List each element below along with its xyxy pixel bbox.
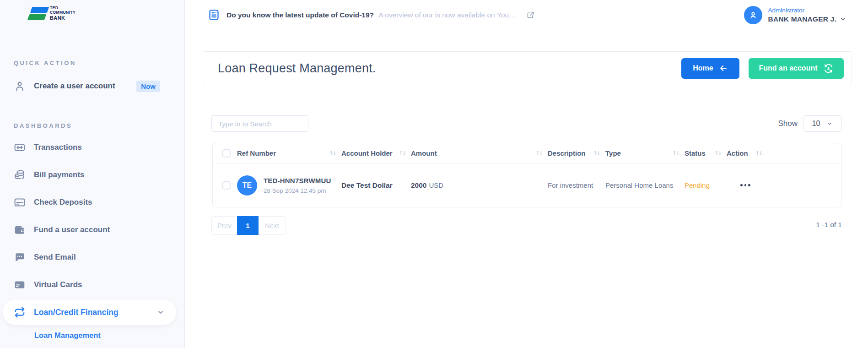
check-card-icon xyxy=(14,196,26,208)
section-quick-action: QUICK ACTION xyxy=(14,60,76,66)
column-ref-number: Ref Number xyxy=(237,149,276,157)
chevron-down-icon[interactable] xyxy=(157,309,164,316)
fund-account-button[interactable]: Fund an account $ xyxy=(749,58,844,79)
amount-currency: USD xyxy=(429,181,443,189)
sidebar: TED COMMUNITY BANK QUICK ACTION Create a… xyxy=(0,0,185,348)
coins-icon xyxy=(14,169,26,181)
column-action: Action xyxy=(727,149,748,157)
column-account-holder: Account Holder xyxy=(341,149,393,157)
loan-type: Personal Home Loans xyxy=(605,181,673,189)
sort-icon[interactable]: ↑↓ xyxy=(399,150,405,156)
sidebar-item-label: Create a user account xyxy=(34,82,115,91)
amount-value: 2000 xyxy=(411,181,426,189)
sidebar-subitem-loan-management[interactable]: Loan Management xyxy=(34,331,101,340)
fund-account-button-label: Fund an account xyxy=(759,64,818,72)
page-size-value: 10 xyxy=(812,120,820,128)
home-button-label: Home xyxy=(693,64,713,72)
arrow-left-icon xyxy=(719,64,728,73)
sort-icon[interactable]: ↑↓ xyxy=(536,150,542,156)
next-page-button[interactable]: Next xyxy=(259,216,286,235)
user-role: Administrator xyxy=(768,7,846,14)
person-icon xyxy=(14,80,26,92)
sidebar-item-label: Virtual Cards xyxy=(34,280,82,289)
wallet-icon xyxy=(14,224,26,236)
sidebar-item-label: Loan/Credit Financing xyxy=(34,308,119,317)
sidebar-item-label: Bill payments xyxy=(34,170,85,179)
notice-question: Do you know the latest update of Covid-1… xyxy=(226,11,374,19)
row-actions-menu-icon[interactable] xyxy=(740,184,841,186)
now-badge: Now xyxy=(136,81,160,92)
brand-logo[interactable]: TED COMMUNITY BANK xyxy=(29,6,75,21)
column-description: Description xyxy=(548,149,586,157)
svg-text:$: $ xyxy=(827,66,829,71)
loan-description: For investment xyxy=(548,181,593,189)
sort-icon[interactable]: ↑↓ xyxy=(329,150,336,156)
sidebar-item-send-email[interactable]: Send Email xyxy=(0,247,185,267)
user-menu-chevron-icon xyxy=(840,16,846,22)
money-transfer-icon: $ xyxy=(823,63,834,74)
user-meta: Administrator BANK MANAGER J. xyxy=(768,7,846,23)
column-status: Status xyxy=(685,149,706,157)
topbar: Do you know the latest update of Covid-1… xyxy=(185,0,868,30)
brand-logo-icon xyxy=(29,7,46,20)
user-menu[interactable]: Administrator BANK MANAGER J. xyxy=(744,6,846,24)
loan-requests-table: Ref Number↑↓ Account Holder↑↓ Amount↑↓ D… xyxy=(212,143,842,207)
account-holder: Dee Test Dollar xyxy=(341,181,393,189)
sidebar-item-label: Send Email xyxy=(34,253,76,262)
notice-detail: A overview of our is now available on Yo… xyxy=(379,11,516,19)
sidebar-item-create-user-account[interactable]: Create a user account Now xyxy=(0,76,185,96)
notice-text: Do you know the latest update of Covid-1… xyxy=(226,11,516,19)
brand-name: TED COMMUNITY BANK xyxy=(50,6,75,21)
sort-icon[interactable]: ↑↓ xyxy=(715,150,721,156)
sidebar-item-virtual-cards[interactable]: Virtual Cards xyxy=(0,275,185,295)
row-avatar: TE xyxy=(237,175,257,196)
transactions-icon xyxy=(14,141,26,153)
table-controls: Show 10 xyxy=(211,115,842,132)
prev-page-button[interactable]: Prev xyxy=(211,216,237,235)
sidebar-item-label: Fund a user account xyxy=(34,225,110,234)
covid-notice: Do you know the latest update of Covid-1… xyxy=(208,9,534,21)
sidebar-item-bill-payments[interactable]: Bill payments xyxy=(0,165,185,185)
sidebar-item-label: Transactions xyxy=(34,143,82,152)
home-button[interactable]: Home xyxy=(681,58,739,79)
pagination-range: 1 -1 of 1 xyxy=(816,221,842,229)
chat-icon xyxy=(14,251,26,263)
table-row: TE TED-HNN7SRWMUU 28 Sep 2024 12:45 pm D… xyxy=(213,163,841,207)
ref-date: 28 Sep 2024 12:45 pm xyxy=(264,187,331,194)
sidebar-item-check-deposits[interactable]: Check Deposits xyxy=(0,192,185,212)
column-type: Type xyxy=(605,149,621,157)
news-icon xyxy=(208,9,220,21)
credit-card-icon xyxy=(14,279,26,291)
sidebar-item-label: Check Deposits xyxy=(34,198,92,207)
repeat-icon xyxy=(14,306,26,318)
chevron-down-icon xyxy=(826,120,833,127)
page-header-card: Loan Request Management. Home Fund an ac… xyxy=(203,51,852,85)
sidebar-item-loan-credit-financing[interactable]: Loan/Credit Financing xyxy=(3,299,176,325)
table-header-row: Ref Number↑↓ Account Holder↑↓ Amount↑↓ D… xyxy=(213,143,841,163)
sort-icon[interactable]: ↑↓ xyxy=(593,150,600,156)
sidebar-item-fund-user-account[interactable]: Fund a user account xyxy=(0,220,185,240)
main-content: Loan Request Management. Home Fund an ac… xyxy=(185,30,868,348)
pagination: Prev 1 Next xyxy=(211,216,286,235)
show-label: Show xyxy=(778,119,798,128)
page-title: Loan Request Management. xyxy=(218,61,376,76)
external-link-icon[interactable] xyxy=(527,11,534,19)
avatar xyxy=(744,6,762,24)
page-size-select[interactable]: 10 xyxy=(803,115,842,132)
section-dashboards: DASHBOARDS xyxy=(14,122,72,129)
select-all-checkbox[interactable] xyxy=(222,149,231,158)
current-page-button[interactable]: 1 xyxy=(237,216,259,235)
status-badge: Pending xyxy=(685,181,710,189)
sort-icon[interactable]: ↑↓ xyxy=(673,150,679,156)
search-input[interactable] xyxy=(211,115,308,132)
user-name: BANK MANAGER J. xyxy=(768,15,836,23)
ref-number: TED-HNN7SRWMUU xyxy=(264,177,331,185)
column-amount: Amount xyxy=(411,149,437,157)
sort-icon[interactable]: ↑↓ xyxy=(755,150,762,156)
sidebar-item-transactions[interactable]: Transactions xyxy=(0,137,185,158)
row-checkbox[interactable] xyxy=(222,181,231,190)
